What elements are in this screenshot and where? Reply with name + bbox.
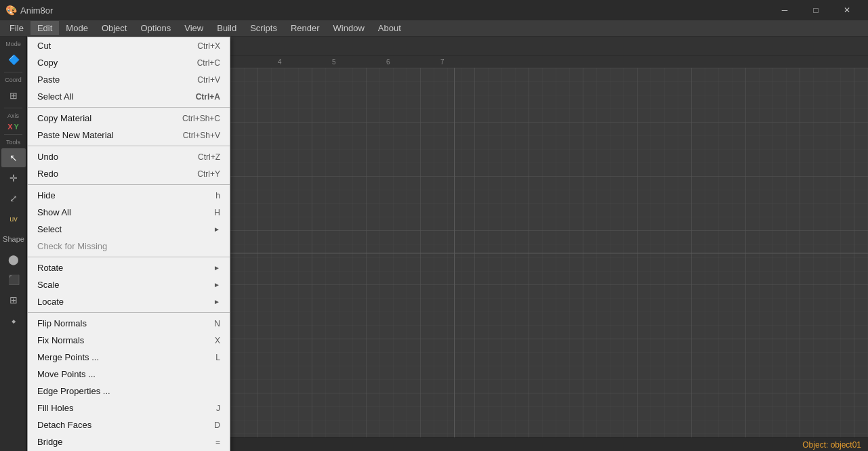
menu-render[interactable]: Render xyxy=(284,21,327,35)
menu-object[interactable]: Object xyxy=(95,21,134,35)
menu-item-detach-faces-label: Detach Faces xyxy=(37,420,91,430)
menu-item-hide-shortcut: h xyxy=(215,191,220,200)
app-icon: 🎨 xyxy=(5,5,16,16)
menu-item-select-arrow: ► xyxy=(213,226,220,233)
menu-item-locate-label: Locate xyxy=(37,297,64,307)
menu-item-merge-points-label: Merge Points ... xyxy=(37,352,99,362)
separator-4 xyxy=(28,257,230,257)
menu-item-bridge-shortcut: = xyxy=(215,437,220,447)
separator-1 xyxy=(28,107,230,108)
menu-item-select-all-shortcut: Ctrl+A xyxy=(196,92,220,102)
menu-item-paste-new-material-shortcut: Ctrl+Sh+V xyxy=(183,131,220,140)
menu-scripts[interactable]: Scripts xyxy=(243,21,284,35)
menu-item-redo[interactable]: Redo Ctrl+Y xyxy=(28,165,230,182)
menu-item-scale[interactable]: Scale ► xyxy=(28,276,230,293)
menu-item-bridge-label: Bridge xyxy=(37,437,63,447)
menu-item-detach-faces-shortcut: D xyxy=(214,421,220,430)
menu-view[interactable]: View xyxy=(178,21,210,35)
menu-item-rotate[interactable]: Rotate ► xyxy=(28,259,230,276)
menu-item-show-all[interactable]: Show All H xyxy=(28,204,230,221)
menu-item-merge-points[interactable]: Merge Points ... L xyxy=(28,349,230,366)
menu-item-locate-arrow: ► xyxy=(213,298,220,305)
menu-item-copy-shortcut: Ctrl+C xyxy=(197,58,220,68)
menu-item-rotate-arrow: ► xyxy=(213,264,220,272)
menu-item-undo-label: Undo xyxy=(37,152,58,162)
menu-build[interactable]: Build xyxy=(210,21,243,35)
menu-item-cut-shortcut: Ctrl+X xyxy=(197,41,220,51)
menu-item-detach-faces[interactable]: Detach Faces D xyxy=(28,416,230,433)
menu-bar: File Edit Mode Object Options View Build… xyxy=(0,20,868,37)
menu-item-redo-label: Redo xyxy=(37,169,58,179)
separator-2 xyxy=(28,146,230,146)
menu-item-select[interactable]: Select ► xyxy=(28,221,230,238)
menu-item-copy[interactable]: Copy Ctrl+C xyxy=(28,54,230,71)
menu-item-fill-holes[interactable]: Fill Holes J xyxy=(28,400,230,416)
menu-item-paste-new-material[interactable]: Paste New Material Ctrl+Sh+V xyxy=(28,127,230,144)
menu-item-copy-material-label: Copy Material xyxy=(37,113,91,123)
menu-item-fill-holes-label: Fill Holes xyxy=(37,403,73,413)
menu-item-paste-shortcut: Ctrl+V xyxy=(197,75,220,85)
menu-item-fix-normals-shortcut: X xyxy=(215,336,220,345)
menu-file[interactable]: File xyxy=(3,21,30,35)
menu-item-check-missing[interactable]: Check for Missing xyxy=(28,238,230,255)
app-title: Anim8or xyxy=(20,5,53,16)
edit-dropdown-menu: Cut Ctrl+X Copy Ctrl+C Paste Ctrl+V Sele… xyxy=(27,37,230,451)
menu-item-select-label: Select xyxy=(37,224,62,234)
menu-item-copy-label: Copy xyxy=(37,58,58,68)
menu-about[interactable]: About xyxy=(371,21,408,35)
menu-item-show-all-label: Show All xyxy=(37,207,71,217)
menu-item-undo[interactable]: Undo Ctrl+Z xyxy=(28,148,230,165)
menu-item-flip-normals[interactable]: Flip Normals N xyxy=(28,315,230,332)
menu-item-merge-points-shortcut: L xyxy=(215,353,220,362)
menu-item-fix-normals-label: Fix Normals xyxy=(37,335,84,345)
menu-window[interactable]: Window xyxy=(327,21,371,35)
menu-item-paste-label: Paste xyxy=(37,74,60,85)
menu-item-hide[interactable]: Hide h xyxy=(28,187,230,204)
menu-item-scale-label: Scale xyxy=(37,280,60,290)
menu-item-undo-shortcut: Ctrl+Z xyxy=(198,152,220,162)
separator-3 xyxy=(28,184,230,185)
menu-item-copy-material[interactable]: Copy Material Ctrl+Sh+C xyxy=(28,110,230,127)
menu-item-move-points-label: Move Points ... xyxy=(37,369,96,379)
menu-item-paste[interactable]: Paste Ctrl+V xyxy=(28,71,230,88)
menu-item-fix-normals[interactable]: Fix Normals X xyxy=(28,332,230,349)
title-bar: 🎨 Anim8or ─ □ ✕ xyxy=(0,0,868,20)
menu-item-edge-properties[interactable]: Edge Properties ... xyxy=(28,383,230,400)
menu-item-scale-arrow: ► xyxy=(213,281,220,288)
title-controls: ─ □ ✕ xyxy=(769,0,863,20)
menu-item-flip-normals-shortcut: N xyxy=(214,319,220,328)
menu-item-show-all-shortcut: H xyxy=(214,208,220,217)
menu-item-redo-shortcut: Ctrl+Y xyxy=(197,169,220,179)
menu-mode[interactable]: Mode xyxy=(59,21,95,35)
separator-5 xyxy=(28,312,230,313)
menu-item-hide-label: Hide xyxy=(37,190,56,200)
title-left: 🎨 Anim8or xyxy=(5,5,53,16)
menu-item-copy-material-shortcut: Ctrl+Sh+C xyxy=(182,114,220,123)
menu-options[interactable]: Options xyxy=(133,21,178,35)
minimize-button[interactable]: ─ xyxy=(769,0,800,20)
menu-item-fill-holes-shortcut: J xyxy=(216,404,220,413)
menu-item-move-points[interactable]: Move Points ... xyxy=(28,366,230,383)
menu-item-edge-properties-label: Edge Properties ... xyxy=(37,386,110,396)
dropdown-overlay[interactable]: Cut Ctrl+X Copy Ctrl+C Paste Ctrl+V Sele… xyxy=(0,37,868,451)
menu-item-cut-label: Cut xyxy=(37,41,51,51)
menu-item-locate[interactable]: Locate ► xyxy=(28,293,230,310)
menu-item-select-all[interactable]: Select All Ctrl+A xyxy=(28,88,230,105)
menu-item-cut[interactable]: Cut Ctrl+X xyxy=(28,37,230,54)
menu-item-flip-normals-label: Flip Normals xyxy=(37,318,87,328)
menu-item-bridge[interactable]: Bridge = xyxy=(28,433,230,450)
menu-item-select-all-label: Select All xyxy=(37,91,73,102)
menu-edit[interactable]: Edit xyxy=(30,21,59,35)
restore-button[interactable]: □ xyxy=(800,0,831,20)
close-button[interactable]: ✕ xyxy=(831,0,863,20)
menu-item-check-missing-label: Check for Missing xyxy=(37,241,107,251)
menu-item-rotate-label: Rotate xyxy=(37,263,63,273)
menu-item-paste-new-material-label: Paste New Material xyxy=(37,130,114,140)
